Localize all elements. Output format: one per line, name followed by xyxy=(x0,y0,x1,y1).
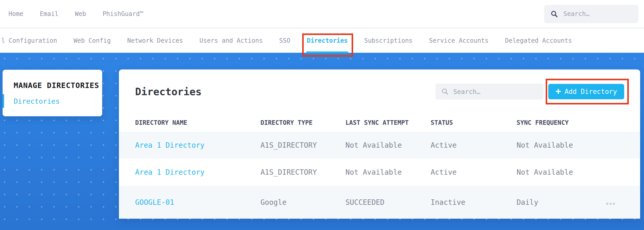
directory-name-link[interactable]: Area 1 Directory xyxy=(135,168,260,176)
content-background: MANAGE DIRECTORIES Directories Directori… xyxy=(0,53,644,230)
secondary-nav: l Configuration Web Config Network Devic… xyxy=(0,28,644,53)
status-cell: Active xyxy=(431,141,517,149)
tab-directories[interactable]: Directories xyxy=(307,28,348,53)
nav-item-phishguard-[interactable]: PhishGuard™ xyxy=(102,10,143,17)
active-tab-underline xyxy=(306,51,348,53)
column-header: LAST SYNC ATTEMPT xyxy=(345,119,431,126)
table-row[interactable]: GOOGLE-01 Google SUCCEEDED Inactive Dail… xyxy=(119,186,640,219)
directory-type-cell: A1S_DIRECTORY xyxy=(260,141,345,149)
add-directory-label: Add Directory xyxy=(565,88,617,95)
tab-service-accounts[interactable]: Service Accounts xyxy=(429,28,489,53)
add-directory-button[interactable]: + Add Directory xyxy=(548,84,624,99)
tab-web-config[interactable]: Web Config xyxy=(74,28,111,53)
nav-item-home[interactable]: Home xyxy=(8,10,23,17)
sync-frequency-cell: Daily xyxy=(517,198,606,207)
table-body: Area 1 Directory A1S_DIRECTORY Not Avail… xyxy=(119,132,640,219)
column-header: STATUS xyxy=(431,119,517,126)
directory-type-cell: Google xyxy=(260,198,345,207)
column-header: SYNC FREQUENCY xyxy=(517,119,606,126)
table-search-placeholder: Search… xyxy=(453,88,480,95)
column-header: DIRECTORY TYPE xyxy=(260,119,345,126)
primary-nav: HomeEmailWebPhishGuard™ xyxy=(8,10,143,17)
column-header: DIRECTORY NAME xyxy=(135,119,260,126)
directory-type-cell: A1S_DIRECTORY xyxy=(260,168,345,176)
last-sync-cell: Not Available xyxy=(345,168,431,176)
last-sync-cell: Not Available xyxy=(345,141,431,149)
nav-item-web[interactable]: Web xyxy=(75,10,86,17)
page-title: Directories xyxy=(135,86,202,98)
search-icon xyxy=(441,88,449,95)
last-sync-cell: SUCCEEDED xyxy=(345,198,431,207)
top-nav: HomeEmailWebPhishGuard™ Search… xyxy=(0,0,644,28)
directory-name-link[interactable]: GOOGLE-01 xyxy=(135,198,260,207)
sidebar-item-directories[interactable]: Directories xyxy=(3,97,102,105)
global-search-placeholder: Search… xyxy=(563,10,589,17)
active-indicator xyxy=(3,94,4,108)
panel-header: Directories Search… + Add Directory xyxy=(119,69,640,114)
row-menu-icon[interactable] xyxy=(606,203,615,205)
search-icon xyxy=(550,10,558,18)
annotation-box-add-directory: + Add Directory xyxy=(546,79,629,104)
status-cell: Active xyxy=(431,168,517,176)
tab-delegated-accounts[interactable]: Delegated Accounts xyxy=(505,28,572,53)
table-search-input[interactable]: Search… xyxy=(436,84,544,100)
tab-network-devices[interactable]: Network Devices xyxy=(127,28,183,53)
directories-panel: Directories Search… + Add Directory xyxy=(119,69,640,219)
tab-l-configuration[interactable]: l Configuration xyxy=(1,28,57,53)
manage-directories-card: MANAGE DIRECTORIES Directories xyxy=(3,70,102,116)
tab-subscriptions[interactable]: Subscriptions xyxy=(364,28,413,53)
sync-frequency-cell: Not Available xyxy=(517,141,606,149)
table-row[interactable]: Area 1 Directory A1S_DIRECTORY Not Avail… xyxy=(119,159,640,186)
global-search-input[interactable]: Search… xyxy=(544,5,638,23)
panel-controls: Search… + Add Directory xyxy=(436,79,629,104)
directory-name-link[interactable]: Area 1 Directory xyxy=(135,141,260,149)
nav-item-email[interactable]: Email xyxy=(40,10,58,17)
status-cell: Inactive xyxy=(431,198,517,207)
table-row[interactable]: Area 1 Directory A1S_DIRECTORY Not Avail… xyxy=(119,132,640,159)
tab-sso[interactable]: SSO xyxy=(279,28,290,53)
sidebar-item-label: Directories xyxy=(14,97,60,105)
tab-users-and-actions[interactable]: Users and Actions xyxy=(199,28,263,53)
sync-frequency-cell: Not Available xyxy=(517,168,606,176)
table-header: DIRECTORY NAMEDIRECTORY TYPELAST SYNC AT… xyxy=(119,114,640,132)
card-title: MANAGE DIRECTORIES xyxy=(14,81,102,90)
